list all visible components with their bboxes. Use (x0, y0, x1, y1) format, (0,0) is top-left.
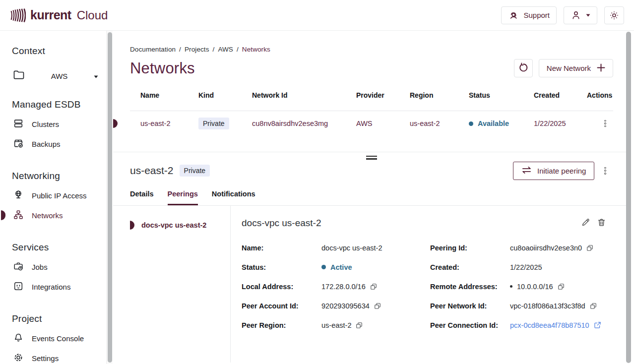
field-label-local-address: Local Address: (242, 283, 321, 291)
sidebar-scrollbar[interactable] (106, 31, 113, 364)
breadcrumb-aws[interactable]: AWS (218, 46, 233, 53)
field-value-peer-connection-id-link[interactable]: pcx-0cd8eea4f78b87510 (510, 321, 589, 329)
section-heading: Managed ESDB (12, 99, 102, 110)
field-row: Name: docs-vpc us-east-2 Peering Id: cu8… (242, 244, 613, 252)
theme-toggle-button[interactable] (604, 6, 624, 24)
status-dot (321, 265, 326, 269)
field-value-name: docs-vpc us-east-2 (321, 244, 382, 252)
support-button[interactable]: Support (501, 6, 557, 24)
sidebar-item-label: Networks (32, 211, 63, 220)
copy-icon[interactable] (590, 303, 597, 309)
field-value-local-address: 172.28.0.0/16 (321, 283, 366, 291)
trash-icon[interactable] (597, 218, 606, 227)
column-header-status: Status (469, 91, 534, 99)
outlet-icon (13, 281, 24, 293)
breadcrumb-separator: / (179, 46, 181, 53)
sidebar-item-clusters[interactable]: Clusters (13, 114, 102, 134)
headset-icon (508, 10, 519, 21)
briefcase-clock-icon (13, 261, 24, 273)
app-root: kurrent Cloud Support (0, 0, 634, 364)
backups-icon (13, 138, 24, 150)
column-header-provider: Provider (356, 91, 410, 99)
sidebar-scrollbar-thumb[interactable] (108, 32, 112, 363)
sidebar-item-public-ip-access[interactable]: Public IP Access (13, 185, 102, 205)
user-menu-button[interactable] (564, 6, 597, 24)
field-value-peering-id: cu8oaoiirsdhv2ese3n0 (510, 244, 582, 252)
panel-kebab[interactable] (601, 164, 609, 178)
status-dot (469, 121, 473, 126)
page-scrollbar-thumb[interactable] (626, 32, 631, 363)
section-heading: Services (12, 242, 102, 253)
copy-icon[interactable] (374, 303, 381, 309)
sidebar-item-networks[interactable]: Networks (13, 205, 102, 225)
table-row[interactable]: us-east-2 Private cu8nv8airsdhv2ese3mg A… (130, 111, 613, 136)
context-value: AWS (25, 72, 94, 80)
section-heading: Project (12, 313, 102, 324)
section-heading: Networking (12, 171, 102, 182)
copy-icon[interactable] (356, 322, 363, 329)
chevron-down-icon (94, 71, 98, 80)
sidebar-section-project: Project Events Console (12, 313, 102, 364)
sidebar-heading-context: Context (12, 46, 102, 57)
user-icon (571, 10, 581, 21)
field-value-created: 1/22/2025 (510, 263, 542, 271)
chevron-down-icon (586, 14, 590, 17)
panel-divider (113, 152, 626, 152)
cell-region: us-east-2 (410, 120, 469, 127)
sidebar: Context AWS Managed ESDB (0, 31, 107, 364)
kurrent-waves-icon (10, 8, 26, 23)
copy-icon[interactable] (586, 244, 593, 251)
refresh-button[interactable] (514, 59, 533, 77)
copy-icon[interactable] (558, 283, 565, 290)
sidebar-item-backups[interactable]: Backups (13, 134, 102, 154)
field-value-peer-region: us-east-2 (321, 321, 351, 329)
pencil-icon[interactable] (581, 218, 590, 227)
initiate-peering-button[interactable]: Initiate peering (513, 162, 594, 180)
sidebar-item-settings[interactable]: Settings (13, 348, 102, 364)
breadcrumb-projects[interactable]: Projects (185, 46, 209, 53)
column-header-network-id: Network Id (252, 91, 356, 99)
status-label: Available (478, 120, 509, 127)
context-selector[interactable]: AWS (13, 69, 102, 82)
panel-drag-handle[interactable] (366, 156, 377, 160)
field-label-peer-connection-id: Peer Connection Id: (430, 321, 510, 329)
kurrent-logo[interactable]: kurrent Cloud (10, 8, 108, 23)
top-bar: kurrent Cloud Support (0, 0, 634, 31)
tab-peerings[interactable]: Peerings (168, 190, 198, 205)
breadcrumb-documentation[interactable]: Documentation (130, 46, 176, 53)
support-label: Support (523, 11, 550, 19)
field-value-peer-account-id: 920293095634 (321, 302, 370, 310)
field-label-peer-network-id: Peer Network Id: (430, 302, 510, 310)
field-row: Peer Account Id: 920293095634 Peer Netwo… (242, 302, 613, 310)
sidebar-item-integrations[interactable]: Integrations (13, 277, 102, 297)
globe-icon (13, 189, 24, 202)
row-actions-kebab[interactable] (601, 117, 609, 130)
table-header-row: Name Kind Network Id Provider Region Sta… (130, 91, 613, 111)
field-label-name: Name: (242, 244, 321, 252)
plus-icon (597, 63, 605, 73)
column-header-region: Region (410, 91, 469, 99)
swap-arrows-icon (521, 166, 532, 176)
column-header-name: Name (140, 91, 198, 99)
sidebar-section-managed-esdb: Managed ESDB Clusters (12, 99, 102, 154)
sidebar-item-label: Events Console (32, 334, 84, 343)
selected-row-indicator (113, 119, 118, 128)
sidebar-item-jobs[interactable]: Jobs (13, 257, 102, 277)
new-network-button[interactable]: New Network (539, 59, 613, 77)
page-scrollbar[interactable] (626, 31, 634, 364)
tab-notifications[interactable]: Notifications (212, 190, 255, 205)
tab-details[interactable]: Details (130, 190, 154, 205)
refresh-icon (518, 62, 528, 74)
sidebar-item-label: Backups (32, 140, 61, 148)
peering-detail: docs-vpc us-east-2 (231, 206, 613, 363)
peering-list-item[interactable]: docs-vpc us-east-2 (130, 217, 230, 234)
copy-icon[interactable] (370, 283, 377, 290)
sidebar-item-events-console[interactable]: Events Console (13, 328, 102, 348)
column-header-kind: Kind (198, 91, 252, 99)
gear-icon (13, 352, 24, 364)
field-label-remote-addresses: Remote Addresses: (430, 283, 510, 291)
cell-network-id: cu8nv8airsdhv2ese3mg (252, 120, 356, 127)
external-link-icon[interactable] (594, 321, 601, 329)
breadcrumb-separator: / (237, 46, 239, 53)
field-label-status: Status: (242, 263, 321, 271)
